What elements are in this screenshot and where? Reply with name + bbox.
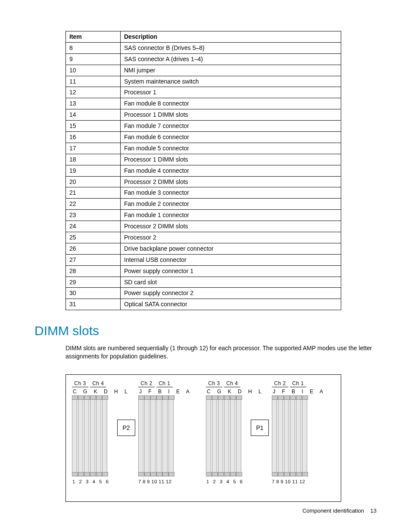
- cell-desc: Processor 2: [121, 232, 341, 243]
- number-row: 1 2 3 4 5 6: [206, 479, 264, 485]
- dimm-group: Ch 2 Ch 1J F B I E A7 8 9 10 11 12: [138, 380, 192, 485]
- slot-row: [72, 396, 130, 476]
- cell-desc: Fan module 3 connector: [121, 187, 341, 199]
- cell-desc: Drive backplane power connector: [121, 243, 341, 254]
- channel-header: Ch 2 Ch 1: [138, 380, 192, 387]
- table-row: 10NMI jumper: [66, 65, 341, 76]
- cell-desc: Processor 1: [121, 87, 341, 98]
- cell-desc: Processor 2 DIMM slots: [121, 176, 341, 187]
- dimm-slot: [284, 396, 289, 476]
- cell-desc: Fan module 1 connector: [121, 210, 341, 221]
- cell-item: 16: [66, 132, 121, 143]
- table-row: 30Power supply connector 2: [66, 288, 341, 299]
- table-row: 21Fan module 3 connector: [66, 187, 341, 199]
- dimm-slot: [90, 396, 95, 476]
- dimm-group: Ch 2 Ch 1J F B I E A7 8 9 10 11 12: [272, 380, 326, 485]
- cell-desc: Power supply connector 1: [121, 265, 341, 277]
- table-row: 26Drive backplane power connector: [66, 243, 341, 254]
- cell-item: 11: [66, 76, 121, 87]
- letter-row: J F B I E A: [272, 388, 326, 395]
- table-row: 11System maintenance switch: [66, 76, 341, 87]
- cell-desc: SAS connector B (Drives 5–8): [121, 42, 341, 53]
- cell-desc: Fan module 2 connector: [121, 199, 341, 210]
- component-table: Item Description 8SAS connector B (Drive…: [65, 31, 341, 310]
- dimm-slot: [218, 396, 223, 476]
- cell-desc: Fan module 4 connector: [121, 165, 341, 176]
- footer-page: 13: [371, 507, 377, 514]
- dimm-slot: [272, 396, 277, 476]
- cell-item: 23: [66, 210, 121, 221]
- cell-desc: NMI jumper: [121, 65, 341, 76]
- footer-section: Component identification: [302, 507, 364, 514]
- dimm-slot: [290, 396, 295, 476]
- body-paragraph: DIMM slots are numbered sequentially (1 …: [65, 344, 376, 361]
- cell-desc: Processor 2 DIMM slots: [121, 221, 341, 232]
- cell-desc: Fan module 5 connector: [121, 143, 341, 154]
- channel-header: Ch 3 Ch 4: [72, 380, 130, 387]
- table-row: 17Fan module 5 connector: [66, 143, 341, 154]
- cell-item: 14: [66, 109, 121, 121]
- cell-item: 17: [66, 143, 121, 154]
- table-row: 23Fan module 1 connector: [66, 210, 341, 221]
- dimm-slot: [236, 396, 241, 476]
- cell-item: 9: [66, 53, 121, 65]
- table-row: 8SAS connector B (Drives 5–8): [66, 42, 341, 53]
- dimm-slot: [102, 396, 107, 476]
- number-row: 1 2 3 4 5 6: [72, 479, 130, 485]
- page-footer: Component identification 13: [302, 507, 377, 515]
- cell-item: 25: [66, 232, 121, 243]
- cell-item: 24: [66, 221, 121, 232]
- dimm-slot: [150, 396, 156, 476]
- cell-item: 31: [66, 299, 121, 310]
- letter-row: C G K D H L: [206, 388, 264, 395]
- cell-item: 28: [66, 265, 121, 277]
- dimm-slot: [168, 396, 174, 476]
- cell-item: 12: [66, 87, 121, 98]
- dimm-slot: [78, 396, 83, 476]
- cell-item: 15: [66, 121, 121, 132]
- dimm-slot: [156, 396, 162, 476]
- dimm-slot: [72, 396, 77, 476]
- dimm-slot: [230, 396, 235, 476]
- cell-item: 13: [66, 98, 121, 109]
- cell-desc: SD card slot: [121, 277, 341, 288]
- dimm-group: Ch 3 Ch 4C G K D H L1 2 3 4 5 6: [72, 380, 130, 485]
- table-row: 13Fan module 8 connector: [66, 98, 341, 109]
- cell-item: 10: [66, 65, 121, 76]
- dimm-slot: [206, 396, 211, 476]
- cell-item: 19: [66, 165, 121, 176]
- table-row: 14Processor 1 DIMM slots: [66, 109, 341, 121]
- dimm-slot: [84, 396, 89, 476]
- cell-item: 29: [66, 277, 121, 288]
- cell-item: 8: [66, 42, 121, 53]
- channel-header: Ch 2 Ch 1: [272, 380, 326, 387]
- th-desc: Description: [121, 31, 341, 43]
- dimm-slot: [296, 396, 301, 476]
- cell-item: 27: [66, 254, 121, 265]
- cell-desc: Fan module 8 connector: [121, 98, 341, 109]
- slot-row: [206, 396, 264, 476]
- table-row: 9SAS connector A (drives 1–4): [66, 53, 341, 65]
- slot-row: [272, 396, 326, 476]
- table-row: 19Fan module 4 connector: [66, 165, 341, 176]
- cell-desc: SAS connector A (drives 1–4): [121, 53, 341, 65]
- dimm-slot: [212, 396, 217, 476]
- dimm-diagram: P2 P1 Ch 3 Ch 4C G K D H L1 2 3 4 5 6Ch …: [65, 374, 341, 502]
- cell-desc: System maintenance switch: [121, 76, 341, 87]
- cell-item: 30: [66, 288, 121, 299]
- dimm-slot: [96, 396, 101, 476]
- section-heading: DIMM slots: [34, 322, 377, 340]
- letter-row: J F B I E A: [138, 388, 192, 395]
- table-row: 31Optical SATA connector: [66, 299, 341, 310]
- cell-desc: Power supply connector 2: [121, 288, 341, 299]
- cell-desc: Processor 1 DIMM slots: [121, 109, 341, 121]
- table-row: 18Processor 1 DIMM slots: [66, 154, 341, 165]
- cell-item: 22: [66, 199, 121, 210]
- dimm-group: Ch 3 Ch 4C G K D H L1 2 3 4 5 6: [206, 380, 264, 485]
- channel-header: Ch 3 Ch 4: [206, 380, 264, 387]
- table-row: 27Internal USB connector: [66, 254, 341, 265]
- number-row: 7 8 9 10 11 12: [138, 479, 192, 485]
- th-item: Item: [66, 31, 121, 43]
- table-row: 20Processor 2 DIMM slots: [66, 176, 341, 187]
- table-row: 24Processor 2 DIMM slots: [66, 221, 341, 232]
